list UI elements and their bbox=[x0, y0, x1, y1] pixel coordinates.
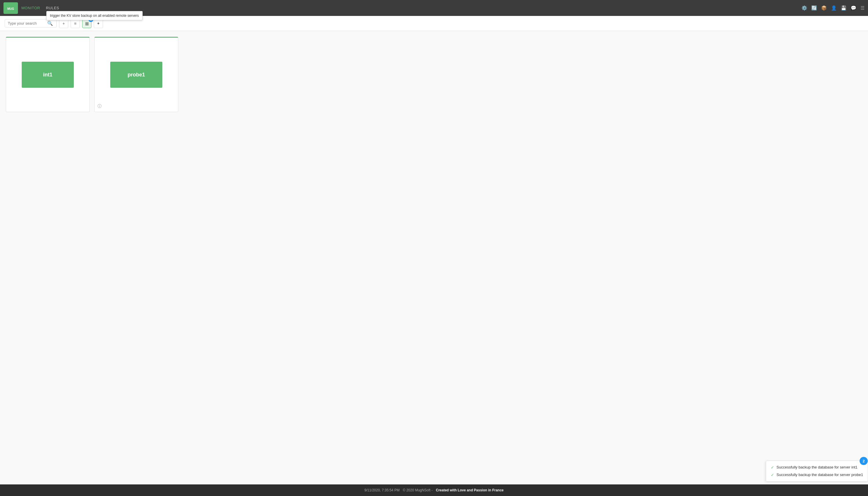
footer: 9/11/2020, 7:35:54 PM © 2020 MugNSoft - … bbox=[0, 484, 868, 496]
navbar: MUG trigger the KV store backup on all e… bbox=[0, 0, 868, 16]
svg-text:MUG: MUG bbox=[7, 7, 14, 11]
search-input[interactable] bbox=[8, 21, 45, 26]
check-icon-1: ✓ bbox=[771, 465, 774, 470]
menu-icon[interactable]: ☰ bbox=[861, 5, 865, 11]
nav-links: MONITOR RULES bbox=[21, 6, 798, 10]
list-icon: ≡ bbox=[74, 21, 76, 26]
footer-tagline: Created with Love and Passion in France bbox=[436, 488, 503, 492]
footer-date: 9/11/2020, 7:35:54 PM bbox=[364, 488, 399, 492]
box-icon[interactable]: 📦 bbox=[821, 5, 827, 11]
plus-icon: + bbox=[63, 21, 65, 26]
nav-monitor[interactable]: MONITOR bbox=[21, 6, 40, 10]
app-logo[interactable]: MUG bbox=[3, 2, 18, 14]
nav-rules[interactable]: RULES bbox=[46, 6, 59, 10]
footer-copyright: © 2020 MugNSoft - bbox=[403, 488, 433, 492]
grid-icon: ▦ bbox=[85, 21, 89, 26]
wrench-icon: ✦ bbox=[97, 21, 100, 26]
filter-icon[interactable]: ⚙️ bbox=[801, 5, 807, 11]
user-icon[interactable]: 👤 bbox=[831, 5, 837, 11]
tooltip-popup: trigger the KV store backup on all enabl… bbox=[46, 11, 143, 20]
server-card-probe1[interactable]: probe1 ⓘ bbox=[94, 37, 178, 112]
notification-panel: 2 ✓ Successfully backup the database for… bbox=[766, 461, 868, 482]
server-card-int1[interactable]: int1 bbox=[6, 37, 90, 112]
refresh-icon[interactable]: 🔄 bbox=[811, 5, 817, 11]
search-box[interactable]: 🔍 bbox=[5, 19, 57, 28]
check-icon-2: ✓ bbox=[771, 472, 774, 477]
server-tile-int1: int1 bbox=[22, 62, 74, 88]
nav-right: ⚙️ 🔄 📦 👤 💾 💬 ☰ bbox=[801, 5, 865, 11]
notification-badge: 2 bbox=[859, 457, 868, 465]
notification-item-1: ✓ Successfully backup the database for s… bbox=[771, 465, 863, 470]
info-icon: ⓘ bbox=[97, 104, 101, 109]
search-icon: 🔍 bbox=[47, 20, 53, 26]
notification-item-2: ✓ Successfully backup the database for s… bbox=[771, 472, 863, 477]
server-tile-probe1: probe1 bbox=[110, 62, 162, 88]
main-content: int1 probe1 ⓘ bbox=[0, 31, 868, 484]
save-icon[interactable]: 💾 bbox=[841, 5, 847, 11]
chat-icon[interactable]: 💬 bbox=[851, 5, 856, 11]
